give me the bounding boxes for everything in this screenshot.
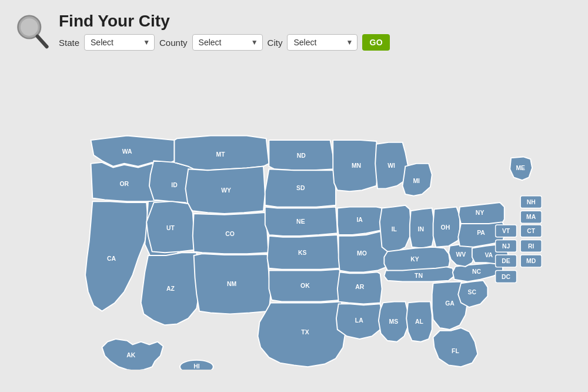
state-ne[interactable] bbox=[265, 207, 338, 236]
state-me[interactable] bbox=[510, 157, 532, 180]
state-ak[interactable] bbox=[102, 339, 163, 370]
svg-line-2 bbox=[38, 36, 47, 47]
state-de[interactable] bbox=[496, 255, 517, 267]
state-oh[interactable] bbox=[433, 207, 460, 247]
state-ks[interactable] bbox=[268, 235, 340, 270]
page-title: Find Your City bbox=[59, 12, 390, 31]
state-ut[interactable] bbox=[146, 201, 195, 253]
state-ky[interactable] bbox=[384, 247, 450, 271]
filter-controls: State Select ▼ County Select ▼ City Sele… bbox=[59, 34, 390, 51]
county-select[interactable]: Select bbox=[192, 34, 263, 51]
svg-point-1 bbox=[21, 18, 38, 36]
state-ri[interactable] bbox=[520, 240, 542, 252]
state-ia[interactable] bbox=[338, 207, 382, 235]
map-container: AK HI WA OR CA NV ID MT WY UT AZ CO bbox=[0, 58, 588, 370]
city-label: City bbox=[268, 38, 283, 48]
state-co[interactable] bbox=[193, 212, 269, 254]
state-mn[interactable] bbox=[333, 140, 379, 191]
county-label: County bbox=[159, 38, 188, 48]
go-button[interactable]: GO bbox=[362, 34, 390, 51]
state-nj[interactable] bbox=[496, 240, 517, 252]
us-map: AK HI WA OR CA NV ID MT WY UT AZ CO bbox=[6, 58, 582, 370]
county-select-wrapper: Select ▼ bbox=[192, 34, 263, 51]
state-nh[interactable] bbox=[520, 196, 542, 208]
state-hi[interactable] bbox=[180, 360, 213, 370]
state-fl[interactable] bbox=[433, 328, 478, 367]
state-ma[interactable] bbox=[520, 211, 542, 223]
header-content: Find Your City State Select ▼ County Sel… bbox=[59, 12, 390, 51]
state-label: State bbox=[59, 38, 79, 48]
state-ca[interactable] bbox=[85, 201, 148, 311]
state-ms[interactable] bbox=[379, 302, 408, 342]
state-md[interactable] bbox=[520, 255, 542, 267]
state-wy[interactable] bbox=[185, 167, 265, 214]
state-il[interactable] bbox=[380, 205, 411, 252]
state-vt[interactable] bbox=[496, 225, 517, 237]
state-sd[interactable] bbox=[265, 169, 336, 207]
state-az[interactable] bbox=[141, 253, 199, 325]
state-al[interactable] bbox=[406, 302, 432, 342]
page-header: Find Your City State Select ▼ County Sel… bbox=[0, 0, 588, 58]
state-tx[interactable] bbox=[258, 302, 345, 367]
state-sc[interactable] bbox=[458, 281, 487, 307]
state-ct[interactable] bbox=[520, 225, 542, 237]
state-select[interactable]: Select bbox=[84, 34, 155, 51]
magnifier-icon bbox=[12, 11, 53, 52]
state-mt[interactable] bbox=[175, 136, 269, 171]
state-select-wrapper: Select ▼ bbox=[84, 34, 155, 51]
city-select-wrapper: Select ▼ bbox=[287, 34, 358, 51]
state-ny[interactable] bbox=[459, 202, 505, 224]
state-ok[interactable] bbox=[269, 270, 341, 302]
state-la[interactable] bbox=[336, 304, 382, 339]
state-in[interactable] bbox=[410, 208, 435, 248]
state-mi[interactable] bbox=[403, 164, 432, 196]
state-ar[interactable] bbox=[338, 272, 382, 304]
state-dc[interactable] bbox=[496, 271, 517, 283]
state-nd[interactable] bbox=[269, 140, 334, 170]
state-nm[interactable] bbox=[194, 254, 271, 314]
city-select[interactable]: Select bbox=[287, 34, 358, 51]
